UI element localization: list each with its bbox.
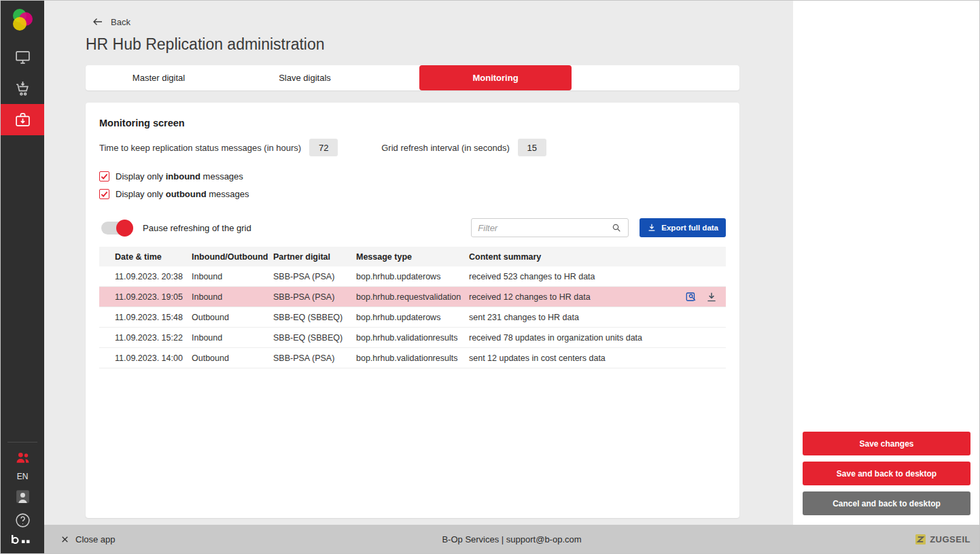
table-row[interactable]: 11.09.2023. 15:48 Outbound SBB-EQ (SBBEQ… xyxy=(99,307,726,328)
back-arrow-icon xyxy=(92,16,104,28)
cell-summary: received 78 updates in organization unit… xyxy=(469,333,677,343)
grid-header: Date & time Inbound/Outbound Partner dig… xyxy=(99,247,726,266)
close-app-label: Close app xyxy=(75,534,116,544)
app-window: EN xyxy=(0,0,980,554)
download-message-icon[interactable] xyxy=(705,291,718,303)
keep-hours-field[interactable]: 72 xyxy=(309,139,338,156)
checkbox-inbound[interactable]: Display only inbound messages xyxy=(99,171,726,181)
checkbox-outbound-label: Display only outbound messages xyxy=(116,189,249,199)
cell-summary: sent 231 changes to HR data xyxy=(469,313,677,322)
pause-refresh-toggle[interactable] xyxy=(101,222,133,235)
cancel-and-back-button[interactable]: Cancel and back to desktop xyxy=(803,491,970,515)
close-app-button[interactable]: Close app xyxy=(60,534,116,544)
briefcase-download-icon xyxy=(14,111,31,128)
cell-datetime: 11.09.2023. 15:22 xyxy=(99,333,192,343)
cart-download-icon xyxy=(14,80,31,97)
search-icon xyxy=(611,222,622,233)
cell-message-type: bop.hrhub.validationresults xyxy=(356,333,469,343)
brand: ZUGSEIL xyxy=(915,534,970,544)
export-label: Export full data xyxy=(661,224,718,232)
col-summary: Content summary xyxy=(469,252,677,262)
checkbox-outbound[interactable]: Display only outbound messages xyxy=(99,189,726,199)
cell-datetime: 11.09.2023. 14:00 xyxy=(99,353,192,363)
cell-partner: SBB-PSA (PSA) xyxy=(273,292,356,302)
monitoring-card: Monitoring screen Time to keep replicati… xyxy=(86,103,739,518)
cell-summary: sent 12 updates in cost centers data xyxy=(469,353,677,363)
refresh-interval-label: Grid refresh interval (in seconds) xyxy=(381,143,510,153)
save-changes-button[interactable]: Save changes xyxy=(803,432,970,455)
sidebar-item-profile[interactable] xyxy=(1,484,44,508)
messages-grid: Date & time Inbound/Outbound Partner dig… xyxy=(99,247,726,368)
table-row-selected[interactable]: 11.09.2023. 19:05 Inbound SBB-PSA (PSA) … xyxy=(99,287,726,307)
card-title: Monitoring screen xyxy=(86,103,739,128)
sidebar-item-cart[interactable] xyxy=(1,73,44,104)
sidebar-divider xyxy=(7,442,37,443)
tab-slave-digitals[interactable]: Slave digitals xyxy=(232,65,378,90)
check-icon xyxy=(101,190,108,198)
col-partner: Partner digital xyxy=(273,252,356,262)
pause-refresh-label: Pause refreshing of the grid xyxy=(143,223,251,233)
checkbox-inbound-label: Display only inbound messages xyxy=(116,171,243,181)
support-info: B-Op Services | support@b-op.com xyxy=(442,534,581,544)
toggle-knob[interactable] xyxy=(116,220,133,237)
main-area: Back HR Hub Replication administration M… xyxy=(44,1,793,525)
tab-bar: Master digital Slave digitals Monitoring xyxy=(86,65,739,90)
export-full-data-button[interactable]: Export full data xyxy=(640,218,726,237)
cell-datetime: 11.09.2023. 19:05 xyxy=(99,292,192,302)
cell-direction: Outbound xyxy=(192,313,273,322)
monitor-icon xyxy=(14,49,31,66)
sidebar-item-help[interactable] xyxy=(1,508,44,532)
tab-monitoring[interactable]: Monitoring xyxy=(419,65,572,90)
action-panel: Save changes Save and back to desktop Ca… xyxy=(793,1,979,525)
sidebar-item-replication-admin[interactable] xyxy=(1,104,44,135)
language-selector[interactable]: EN xyxy=(17,472,29,481)
preview-message-icon[interactable] xyxy=(685,291,697,303)
bop-logo-icon xyxy=(10,534,35,547)
sidebar: EN xyxy=(1,1,44,553)
filter-field[interactable] xyxy=(471,218,629,237)
cell-partner: SBB-PSA (PSA) xyxy=(273,272,356,281)
table-row[interactable]: 11.09.2023. 14:00 Outbound SBB-PSA (PSA)… xyxy=(99,348,726,368)
cell-direction: Inbound xyxy=(192,333,273,343)
avatar-icon xyxy=(14,488,31,505)
checkbox-inbound-box[interactable] xyxy=(99,171,109,181)
col-date-time: Date & time xyxy=(99,252,192,262)
cell-direction: Outbound xyxy=(192,353,273,363)
cell-partner: SBB-EQ (SBBEQ) xyxy=(273,333,356,343)
sidebar-item-desktop[interactable] xyxy=(1,41,44,73)
close-icon xyxy=(60,535,69,544)
cell-summary: received 12 changes to HR data xyxy=(469,292,677,302)
cell-datetime: 11.09.2023. 15:48 xyxy=(99,313,192,322)
col-direction: Inbound/Outbound xyxy=(192,252,273,262)
cell-datetime: 11.09.2023. 20:38 xyxy=(99,272,192,281)
cell-message-type: bop.hrhub.requestvalidation xyxy=(356,292,469,302)
back-button[interactable]: Back xyxy=(92,16,130,28)
table-row[interactable]: 11.09.2023. 15:22 Inbound SBB-EQ (SBBEQ)… xyxy=(99,328,726,348)
tab-master-digital[interactable]: Master digital xyxy=(86,65,232,90)
filter-input[interactable] xyxy=(478,223,611,233)
sidebar-item-users-online[interactable] xyxy=(1,447,44,468)
page-title: HR Hub Replication administration xyxy=(86,35,793,54)
keep-hours-label: Time to keep replication status messages… xyxy=(99,143,301,153)
download-icon xyxy=(647,223,657,232)
save-and-back-button[interactable]: Save and back to desktop xyxy=(803,462,970,485)
cell-partner: SBB-PSA (PSA) xyxy=(273,353,356,363)
check-icon xyxy=(101,173,108,180)
refresh-interval-field[interactable]: 15 xyxy=(518,139,546,156)
cell-direction: Inbound xyxy=(192,272,273,281)
table-row[interactable]: 11.09.2023. 20:38 Inbound SBB-PSA (PSA) … xyxy=(99,266,726,287)
zugseil-logo-icon xyxy=(915,534,926,544)
help-icon xyxy=(14,512,31,529)
back-label: Back xyxy=(111,17,130,27)
cell-partner: SBB-EQ (SBBEQ) xyxy=(273,313,356,322)
cell-direction: Inbound xyxy=(192,292,273,302)
cell-message-type: bop.hrhub.validationresults xyxy=(356,353,469,363)
brand-name: ZUGSEIL xyxy=(930,534,970,544)
app-logo-icon xyxy=(9,6,36,33)
cell-message-type: bop.hrhub.updaterows xyxy=(356,272,469,281)
cell-message-type: bop.hrhub.updaterows xyxy=(356,313,469,322)
col-message-type: Message type xyxy=(356,252,469,262)
people-icon xyxy=(14,449,31,466)
checkbox-outbound-box[interactable] xyxy=(99,189,109,199)
cell-summary: received 523 changes to HR data xyxy=(469,272,677,281)
